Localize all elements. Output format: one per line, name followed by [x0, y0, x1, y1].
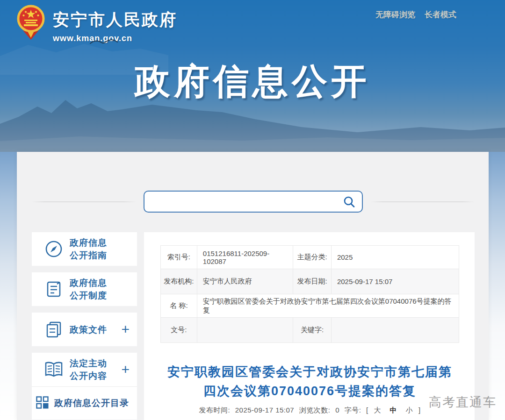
plus-icon[interactable]: +: [121, 363, 130, 377]
content-row: 政府信息 公开指南 政府: [32, 232, 475, 420]
decorative-line-left: [32, 201, 136, 202]
files-icon: [44, 320, 64, 339]
publisher-label: 发布机构:: [161, 269, 197, 294]
sidebar-item-statutory-disclosure[interactable]: 法定主动 公开内容 +: [32, 353, 137, 386]
table-row: 名 称: 安宁职教园区管委会关于对政协安宁市第七届第四次会议第07040076号…: [161, 294, 459, 318]
table-row: 发布机构: 安宁市人民政府 发布日期: 2025-09-17 15:07: [161, 269, 459, 294]
national-emblem-icon: [16, 4, 45, 40]
doc-number-value: [197, 318, 293, 343]
sidebar-item-label: 政策文件: [70, 323, 107, 336]
sidebar-item-system[interactable]: 政府信息 公开制度: [32, 272, 137, 306]
publisher-value: 安宁市人民政府: [197, 269, 293, 294]
index-number-value: 0151216811-202509-102087: [197, 246, 293, 269]
font-size-medium-button[interactable]: 中: [390, 406, 397, 415]
sidebar-item-label: 法定主动 公开内容: [70, 357, 107, 382]
top-links: 无障碍浏览 长者模式: [375, 9, 456, 20]
font-size-label: 字号:: [345, 406, 361, 415]
book-icon: [44, 360, 64, 379]
page-body: 政府信息 公开指南 政府: [0, 152, 505, 420]
site-logo-area: 安宁市人民政府 www.kman.gov.cn: [16, 4, 177, 43]
sidebar-item-policy-files[interactable]: 政策文件 +: [32, 313, 137, 346]
plus-icon[interactable]: +: [121, 322, 130, 336]
topic-category-value: 2025: [331, 246, 459, 269]
doc-number-label: 文号:: [161, 318, 197, 343]
publish-time-label: 发布时间:: [199, 406, 230, 415]
publish-date-value: 2025-09-17 15:07: [331, 269, 459, 294]
topic-category-label: 主题分类:: [293, 246, 332, 269]
bracket: ]: [418, 406, 421, 414]
keywords-label: 关键字:: [293, 318, 332, 343]
publish-time-value: 2025-09-17 15:07: [235, 406, 294, 414]
sidebar-item-label: 政府信息 公开制度: [70, 277, 107, 302]
main-panel: 索引号: 0151216811-202509-102087 主题分类: 2025…: [144, 232, 475, 420]
elder-mode-link[interactable]: 长者模式: [425, 9, 456, 20]
document-icon: [44, 279, 64, 299]
site-name: 安宁市人民政府: [53, 9, 177, 31]
sidebar-item-label: 政府信息 公开指南: [70, 236, 107, 262]
content-card: 政府信息 公开指南 政府: [17, 152, 489, 420]
views-label: 浏览次数:: [299, 406, 331, 415]
sidebar-item-info-catalog[interactable]: 政府信息公开目录: [32, 387, 137, 420]
sidebar-item-label: 政府信息公开目录: [54, 397, 129, 409]
search-input[interactable]: [152, 198, 343, 206]
search-icon: [343, 196, 355, 208]
banner-title: 政府信息公开: [0, 58, 505, 106]
search-button[interactable]: [343, 195, 356, 208]
publish-date-label: 发布日期:: [293, 269, 332, 294]
decorative-line-right: [370, 201, 475, 202]
search-row: [32, 191, 475, 213]
sidebar-item-guide[interactable]: 政府信息 公开指南: [32, 232, 137, 266]
name-value: 安宁职教园区管委会关于对政协安宁市第七届第四次会议第07040076号提案的答复: [197, 294, 459, 318]
font-size-small-button[interactable]: 小: [406, 406, 413, 415]
compass-icon: [44, 239, 64, 259]
grid-icon: [36, 396, 49, 411]
accessibility-link[interactable]: 无障碍浏览: [375, 9, 415, 20]
name-label: 名 称:: [161, 294, 197, 318]
bird-swoosh-icon: [89, 38, 118, 47]
keywords-value: [331, 318, 459, 343]
site-text: 安宁市人民政府 www.kman.gov.cn: [53, 4, 177, 43]
search-box: [144, 191, 363, 213]
article-meta: 发布时间: 2025-09-17 15:07 浏览次数: 0 字号: [ 大 中…: [160, 406, 459, 415]
table-row: 文号: 关键字:: [161, 318, 459, 343]
sidebar: 政府信息 公开指南 政府: [32, 232, 137, 420]
banner: 安宁市人民政府 www.kman.gov.cn 无障碍浏览 长者模式 政府信息公…: [0, 0, 505, 152]
meta-table: 索引号: 0151216811-202509-102087 主题分类: 2025…: [160, 245, 459, 343]
views-value: 0: [335, 406, 339, 414]
article-title: 安宁职教园区管委会关于对政协安宁市第七届第四次会议第07040076号提案的答复: [165, 363, 455, 401]
watermark: 高考直通车: [429, 394, 497, 411]
bracket: [: [366, 406, 368, 414]
font-size-large-button[interactable]: 大: [374, 406, 381, 415]
index-number-label: 索引号:: [161, 246, 197, 269]
table-row: 索引号: 0151216811-202509-102087 主题分类: 2025: [161, 246, 459, 269]
sidebar-group: 法定主动 公开内容 +: [32, 353, 137, 420]
